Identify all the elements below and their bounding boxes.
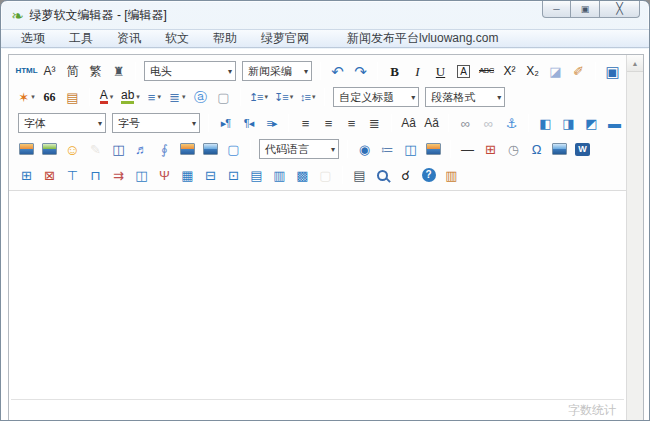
underline-button[interactable]: U (430, 61, 451, 82)
preview-screen-button[interactable]: ▣ (602, 61, 623, 82)
indent-first-line-button[interactable]: ▸¶ (215, 113, 236, 134)
redo-button[interactable]: ↷ (350, 61, 371, 82)
insert-header-row-button[interactable]: ⊓ (85, 165, 106, 186)
scroll-track[interactable] (627, 72, 643, 420)
paste-plain-button[interactable]: ▥ (441, 165, 462, 186)
eraser-button[interactable]: ◪ (545, 61, 566, 82)
insert-video-button[interactable]: ◫ (108, 139, 129, 160)
scroll-up-button[interactable]: ▲ (627, 55, 643, 72)
blockquote-button[interactable]: 66 (39, 87, 60, 108)
vertical-scrollbar[interactable]: ▲ (626, 55, 643, 420)
image-float-right-button[interactable]: ◩ (581, 113, 602, 134)
indent-button[interactable]: ≡▸ (261, 113, 282, 134)
remove-link-button[interactable]: ∞ (478, 113, 499, 134)
undo-button[interactable]: ↶ (327, 61, 348, 82)
multi-image-upload-button[interactable] (39, 139, 60, 160)
paragraph-spacing-button[interactable]: ↕≡▾ (297, 87, 318, 108)
help-button[interactable]: ? (418, 165, 439, 186)
code-snippet-button[interactable]: ≔ (377, 139, 398, 160)
font-size-select[interactable]: 字号▾ (112, 113, 200, 133)
insert-image-button[interactable] (16, 139, 37, 160)
find-replace-button[interactable]: ☌ (395, 165, 416, 186)
superscript-button[interactable]: X² (499, 61, 520, 82)
delete-row-button[interactable]: ⊡ (223, 165, 244, 186)
close-button[interactable]: ╳ (600, 0, 640, 18)
special-character-button[interactable]: Ω (526, 139, 547, 160)
insert-link-button[interactable]: ∞ (455, 113, 476, 134)
insert-code-button[interactable]: ◉ (354, 139, 375, 160)
image-inline-button[interactable]: ◨ (558, 113, 579, 134)
to-simplified-button[interactable]: 简 (62, 61, 83, 82)
table-full-button[interactable]: ▩ (292, 165, 313, 186)
minimize-button[interactable]: ─ (542, 0, 571, 18)
auto-typeset-button[interactable]: A³ (39, 61, 60, 82)
menu-item-news[interactable]: 资讯 (111, 30, 147, 47)
code-language-select[interactable]: 代码语言▾ (259, 139, 339, 159)
to-traditional-button[interactable]: 繁 (85, 61, 106, 82)
insert-table-button[interactable]: ⊞ (16, 165, 37, 186)
one-key-optimize-button[interactable]: ✶▾ (16, 87, 37, 108)
print-button[interactable]: ▤ (349, 165, 370, 186)
align-left-button[interactable]: ≡ (295, 113, 316, 134)
clear-format-button[interactable]: ✐ (568, 61, 589, 82)
highlight-color-button[interactable]: ab▾ (119, 87, 142, 108)
emoticon-button[interactable]: ☺ (62, 139, 83, 160)
to-lowercase-button[interactable]: Aǎ (421, 113, 442, 134)
html-source-button[interactable]: HTML (16, 61, 37, 82)
table-columns-button[interactable]: ▥ (269, 165, 290, 186)
horizontal-rule-button[interactable]: — (457, 139, 478, 160)
menu-item-help[interactable]: 帮助 (207, 30, 243, 47)
split-cells-button[interactable]: Ψ (154, 165, 175, 186)
paragraph-align-button[interactable]: ↥≡▾ (247, 87, 270, 108)
unordered-list-button[interactable]: ≣▾ (167, 87, 188, 108)
attachment-button[interactable]: ∮ (154, 139, 175, 160)
menu-item-tools[interactable]: 工具 (63, 30, 99, 47)
insert-date-button[interactable]: ⊞ (480, 139, 501, 160)
word-image-button[interactable]: W (572, 139, 593, 160)
subscript-button[interactable]: X₂ (522, 61, 543, 82)
insert-column-button[interactable]: ◫ (131, 165, 152, 186)
line-spacing-button[interactable]: ↧≡▾ (272, 87, 295, 108)
font-color-button[interactable]: A▾ (96, 87, 117, 108)
to-uppercase-button[interactable]: Aâ (398, 113, 419, 134)
stamp-button[interactable]: ♜ (108, 61, 129, 82)
news-style-select[interactable]: 新闻采编▾ (242, 61, 312, 81)
map-button[interactable] (549, 139, 570, 160)
background-image-button[interactable] (200, 139, 221, 160)
menu-item-soft-articles[interactable]: 软文 (159, 30, 195, 47)
menu-item-publish-platform[interactable]: 新闻发布平台lvluowang.com (341, 30, 504, 47)
bold-button[interactable]: B (384, 61, 405, 82)
new-document-button[interactable]: ▢ (213, 87, 234, 108)
paste-as-text-button[interactable]: ▤ (62, 87, 83, 108)
custom-title-select[interactable]: 自定义标题▾ (333, 87, 419, 107)
italic-button[interactable]: I (407, 61, 428, 82)
menu-item-official-site[interactable]: 绿萝官网 (255, 30, 315, 47)
align-right-button[interactable]: ≡ (341, 113, 362, 134)
paragraph-format-select[interactable]: 段落格式▾ (425, 87, 505, 107)
editing-area[interactable] (9, 191, 626, 399)
align-center-button[interactable]: ≡ (318, 113, 339, 134)
strikethrough-button[interactable]: ABC (476, 61, 497, 82)
menu-item-options[interactable]: 选项 (15, 30, 51, 47)
insert-iframe-button[interactable]: ◫ (400, 139, 421, 160)
table-rows-button[interactable]: ▤ (246, 165, 267, 186)
ordered-list-button[interactable]: ≡▾ (144, 87, 165, 108)
anchor-button[interactable]: ⚓ (501, 113, 522, 134)
table-header-style-button[interactable]: ▦ (177, 165, 198, 186)
hanging-indent-button[interactable]: ¶◂ (238, 113, 259, 134)
print-preview-button[interactable] (372, 165, 393, 186)
table-title-button[interactable]: ⊤ (62, 165, 83, 186)
maximize-button[interactable]: ▣ (571, 0, 600, 18)
insert-music-button[interactable]: ♬ (131, 139, 152, 160)
image-float-left-button[interactable]: ◧ (535, 113, 556, 134)
image-manager-button[interactable] (177, 139, 198, 160)
auto-anchor-button[interactable]: ⓐ (190, 87, 211, 108)
merge-cells-button[interactable]: ⇉ (108, 165, 129, 186)
insert-time-button[interactable]: ◷ (503, 139, 524, 160)
align-justify-button[interactable]: ≣ (364, 113, 385, 134)
remote-image-button[interactable] (423, 139, 444, 160)
delete-table-button[interactable]: ⊠ (39, 165, 60, 186)
insert-page-button[interactable]: ▢ (223, 139, 244, 160)
image-block-button[interactable]: ▬ (604, 113, 625, 134)
dateline-select[interactable]: 电头▾ (144, 61, 236, 81)
